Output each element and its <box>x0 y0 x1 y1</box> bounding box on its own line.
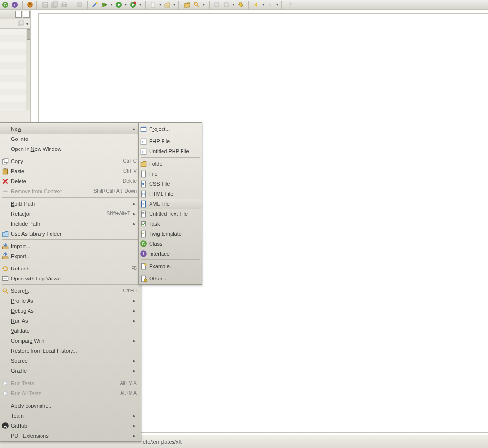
ctx-team[interactable]: Team▸ <box>0 410 141 420</box>
open-folder-icon[interactable] <box>183 0 192 9</box>
dropdown-arrow-icon[interactable]: ▾ <box>261 0 265 9</box>
ctx-new[interactable]: New▸ <box>0 124 141 134</box>
new-folder[interactable]: Folder <box>139 159 202 169</box>
ctx-import[interactable]: Import... <box>0 241 141 251</box>
ctx-validate[interactable]: Validate <box>0 326 141 336</box>
ctx-apply-copyright[interactable]: Apply copyright... <box>0 400 141 410</box>
ctx-gradle[interactable]: Gradle▸ <box>0 366 141 376</box>
minimize-icon[interactable] <box>15 11 22 18</box>
next-icon[interactable] <box>222 0 231 9</box>
new-folder-icon[interactable] <box>163 0 172 9</box>
ctx-github[interactable]: GitHub▸ <box>0 420 141 430</box>
runtest-icon <box>1 379 9 387</box>
toolbar-sep <box>36 1 39 9</box>
ctx-lib-folder[interactable]: Use As Library Folder <box>0 229 141 239</box>
back-icon[interactable] <box>252 0 260 9</box>
new-html[interactable]: HTML File <box>139 189 202 199</box>
search-icon[interactable] <box>193 0 201 9</box>
submenu-arrow-icon: ▸ <box>132 299 137 303</box>
run-icon[interactable] <box>114 0 123 9</box>
menu-label: Example... <box>149 263 198 269</box>
side-panel-tree[interactable] <box>0 29 30 110</box>
ctx-refresh[interactable]: RefreshF5 <box>0 263 141 273</box>
ctx-include-path[interactable]: Include Path▸ <box>0 219 141 229</box>
menu-label: Debug As <box>11 308 130 314</box>
globe-icon[interactable] <box>26 0 34 9</box>
bug-run-icon[interactable] <box>100 0 109 9</box>
dropdown-arrow-icon[interactable]: ▾ <box>110 0 113 9</box>
prev-icon[interactable] <box>213 0 221 9</box>
ctx-pdt-ext[interactable]: PDT Extensions▸ <box>0 430 141 440</box>
ctx-log-viewer[interactable]: Open with Log Viewer <box>0 273 141 283</box>
ctx-run-as[interactable]: Run As▸ <box>0 316 141 326</box>
info-icon[interactable] <box>10 0 19 9</box>
ctx-open-new-window[interactable]: Open in New Window <box>0 144 141 154</box>
new-task[interactable]: Task <box>139 219 202 229</box>
blank-icon <box>1 125 9 133</box>
ctx-compare-with[interactable]: Compare With▸ <box>0 336 141 346</box>
new-txt[interactable]: Untitled Text File <box>139 209 202 219</box>
ctx-export[interactable]: Export... <box>0 251 141 261</box>
build-icon[interactable] <box>75 0 84 9</box>
ctx-go-into[interactable]: Go Into <box>0 134 141 144</box>
dropdown-arrow-icon[interactable]: ▾ <box>202 0 206 9</box>
blank-icon <box>1 367 9 375</box>
menu-label: Compare With <box>11 338 130 344</box>
info-icon <box>11 1 18 8</box>
menu-accelerator: Ctrl+V <box>118 169 137 174</box>
new-css[interactable]: CSS File <box>139 179 202 189</box>
submenu-arrow-icon: ▸ <box>132 368 137 373</box>
new-file-icon[interactable] <box>149 0 157 9</box>
new-file[interactable]: File <box>139 169 202 179</box>
ctx-copy[interactable]: CopyCtrl+C <box>0 156 141 166</box>
g-icon <box>2 1 9 8</box>
new-twig[interactable]: Twig template <box>139 229 202 239</box>
new-untitled-php[interactable]: Untitled PHP File <box>139 146 202 156</box>
collapse-icon[interactable] <box>18 20 24 27</box>
new-class[interactable]: Class <box>139 239 202 249</box>
step-icon <box>237 1 244 8</box>
ctx-debug-as[interactable]: Debug As▸ <box>0 306 141 316</box>
save-icon[interactable] <box>41 0 50 9</box>
new-interface[interactable]: Interface <box>139 249 202 259</box>
new-other[interactable]: Other... <box>139 273 202 283</box>
save-all-icon[interactable] <box>51 0 59 9</box>
dropdown-arrow-icon[interactable]: ▾ <box>138 0 142 9</box>
g-icon[interactable] <box>1 0 10 9</box>
dropdown-arrow-icon[interactable]: ▾ <box>232 0 235 9</box>
paste-icon <box>1 168 9 175</box>
ctx-paste[interactable]: PasteCtrl+V <box>0 166 141 176</box>
scrollbar[interactable] <box>26 29 30 110</box>
ctx-refactor[interactable]: RefactorShift+Alt+T▸ <box>0 209 141 219</box>
maximize-icon[interactable] <box>23 11 30 18</box>
new-xml[interactable]: XML File <box>139 199 202 209</box>
view-menu-icon[interactable]: ▾ <box>26 21 29 26</box>
new-php-file[interactable]: PHP File <box>139 136 202 146</box>
ctx-search[interactable]: Search...Ctrl+H <box>0 286 141 296</box>
new-project[interactable]: Project... <box>139 124 202 134</box>
blank-icon <box>1 357 9 365</box>
ctx-delete[interactable]: DeleteDelete <box>0 176 141 186</box>
toolbar-sep <box>86 1 89 9</box>
ext-run-icon[interactable] <box>129 0 137 9</box>
ctx-profile-as[interactable]: Profile As▸ <box>0 296 141 306</box>
fwd-icon[interactable] <box>266 0 274 9</box>
wand-icon[interactable] <box>91 0 99 9</box>
ctx-build-path[interactable]: Build Path▸ <box>0 199 141 209</box>
print-icon[interactable] <box>60 0 69 9</box>
new-example[interactable]: Example... <box>139 261 202 271</box>
scrollbar-thumb[interactable] <box>27 29 30 40</box>
menu-accelerator: Alt+M X <box>114 380 137 386</box>
menu-accelerator: Shift+Ctrl+Alt+Down <box>88 189 137 194</box>
step-icon[interactable] <box>236 0 245 9</box>
pin-icon[interactable] <box>286 0 295 9</box>
dropdown-arrow-icon[interactable]: ▾ <box>124 0 128 9</box>
dropdown-arrow-icon[interactable]: ▾ <box>275 0 279 9</box>
submenu-arrow-icon: ▸ <box>132 211 137 216</box>
ctx-source[interactable]: Source▸ <box>0 356 141 366</box>
task-icon <box>140 220 147 228</box>
ctx-restore-history[interactable]: Restore from Local History... <box>0 346 141 356</box>
dropdown-arrow-icon[interactable]: ▾ <box>158 0 162 9</box>
toolbar-sep <box>208 1 211 9</box>
dropdown-arrow-icon[interactable]: ▾ <box>173 0 176 9</box>
